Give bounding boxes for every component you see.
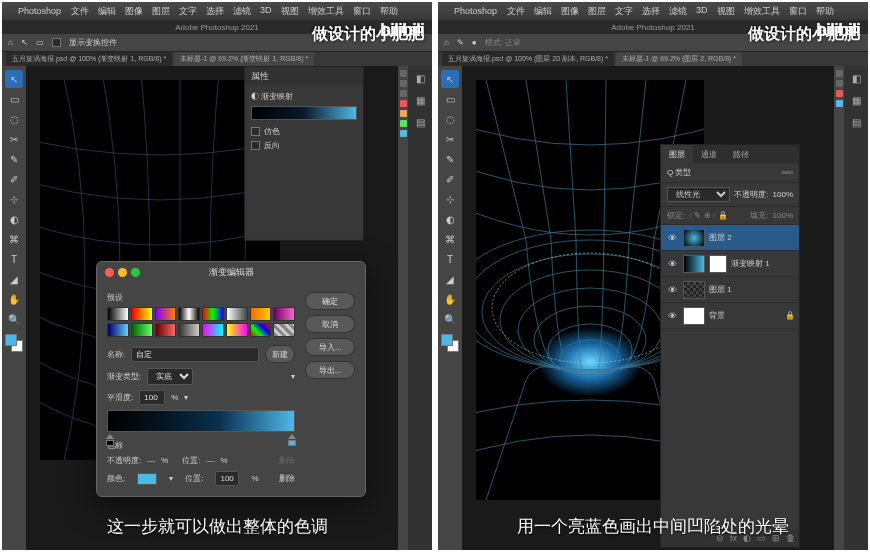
preset-11[interactable]	[178, 323, 200, 337]
preset-7[interactable]	[273, 307, 295, 321]
visibility-icon[interactable]: 👁	[665, 231, 679, 245]
tool-2[interactable]: ◌	[5, 110, 23, 128]
type-select[interactable]: 实底	[147, 368, 193, 385]
layer-row[interactable]: 👁图层 2	[661, 225, 799, 251]
tool-3[interactable]: ✂	[5, 130, 23, 148]
menu-文件[interactable]: 文件	[507, 5, 525, 18]
tool-3[interactable]: ✂	[441, 130, 459, 148]
tool-11[interactable]: ✋	[441, 290, 459, 308]
menu-编辑[interactable]: 编辑	[98, 5, 116, 18]
menu-视图[interactable]: 视图	[717, 5, 735, 18]
preset-3[interactable]	[178, 307, 200, 321]
tool-9[interactable]: T	[5, 250, 23, 268]
menu-帮助[interactable]: 帮助	[380, 5, 398, 18]
menu-窗口[interactable]: 窗口	[789, 5, 807, 18]
gradient-name-input[interactable]	[131, 347, 259, 362]
preset-15[interactable]	[273, 323, 295, 337]
new-button[interactable]: 新建	[265, 345, 295, 363]
visibility-icon[interactable]: 👁	[665, 309, 679, 323]
tool-5[interactable]: ✐	[5, 170, 23, 188]
menu-文字[interactable]: 文字	[615, 5, 633, 18]
canvas[interactable]: 图层 通道 路径 Q 类型 ▫▫▫▫ 线性光 不透明度:100% 锁定:▫ ✎ …	[462, 66, 834, 550]
tool-10[interactable]: ◢	[441, 270, 459, 288]
layer-row[interactable]: 👁渐变映射 1	[661, 251, 799, 277]
menu-图层[interactable]: 图层	[588, 5, 606, 18]
preset-14[interactable]	[250, 323, 272, 337]
cancel-button[interactable]: 取消	[305, 315, 355, 333]
menu-窗口[interactable]: 窗口	[353, 5, 371, 18]
right-screenshot: Photoshop 文件编辑图像图层文字选择滤镜3D视图增效工具窗口帮助 Ado…	[438, 2, 868, 550]
color-swatch[interactable]	[441, 334, 459, 352]
menu-编辑[interactable]: 编辑	[534, 5, 552, 18]
tool-0[interactable]: ↖	[441, 70, 459, 88]
import-button[interactable]: 导入...	[305, 338, 355, 356]
smooth-input[interactable]	[139, 390, 165, 405]
minimize-icon[interactable]	[118, 268, 127, 277]
tool-7[interactable]: ◐	[441, 210, 459, 228]
tool-8[interactable]: ⌘	[441, 230, 459, 248]
tool-6[interactable]: ⊹	[441, 190, 459, 208]
layer-row[interactable]: 👁背景🔒	[661, 303, 799, 329]
ok-button[interactable]: 确定	[305, 292, 355, 310]
menu-3D[interactable]: 3D	[696, 5, 708, 18]
tool-0[interactable]: ↖	[5, 70, 23, 88]
menu-3D[interactable]: 3D	[260, 5, 272, 18]
checkbox[interactable]	[52, 38, 61, 47]
menu-选择[interactable]: 选择	[206, 5, 224, 18]
close-icon[interactable]	[105, 268, 114, 277]
layers-icon[interactable]: ▤	[412, 114, 428, 130]
tool-4[interactable]: ✎	[441, 150, 459, 168]
preset-1[interactable]	[131, 307, 153, 321]
menu-增效工具[interactable]: 增效工具	[744, 5, 780, 18]
color-chip[interactable]	[137, 473, 157, 485]
tool-12[interactable]: 🔍	[5, 310, 23, 328]
tool-11[interactable]: ✋	[5, 290, 23, 308]
menu-图层[interactable]: 图层	[152, 5, 170, 18]
menu-选择[interactable]: 选择	[642, 5, 660, 18]
menu-图像[interactable]: 图像	[125, 5, 143, 18]
preset-9[interactable]	[131, 323, 153, 337]
menu-增效工具[interactable]: 增效工具	[308, 5, 344, 18]
app-name[interactable]: Photoshop	[18, 6, 61, 16]
tool-9[interactable]: T	[441, 250, 459, 268]
menu-帮助[interactable]: 帮助	[816, 5, 834, 18]
color-icon[interactable]: ◧	[412, 70, 428, 86]
menu-图像[interactable]: 图像	[561, 5, 579, 18]
preset-2[interactable]	[155, 307, 177, 321]
zoom-icon[interactable]	[131, 268, 140, 277]
preset-10[interactable]	[155, 323, 177, 337]
tool-1[interactable]: ▭	[441, 90, 459, 108]
menu-视图[interactable]: 视图	[281, 5, 299, 18]
gradient-bar[interactable]	[107, 410, 295, 432]
color-swatch[interactable]	[5, 334, 23, 352]
tool-2[interactable]: ◌	[441, 110, 459, 128]
home-icon[interactable]: ⌂	[8, 38, 13, 47]
menu-滤镜[interactable]: 滤镜	[233, 5, 251, 18]
tool-5[interactable]: ✐	[441, 170, 459, 188]
tool-4[interactable]: ✎	[5, 150, 23, 168]
preset-8[interactable]	[107, 323, 129, 337]
tool-8[interactable]: ⌘	[5, 230, 23, 248]
preset-6[interactable]	[250, 307, 272, 321]
gradient-preview[interactable]	[251, 106, 357, 120]
canvas[interactable]: 属性 ◐ 渐变映射 仿色 反向 渐变编辑器 预设	[26, 66, 398, 550]
tool-6[interactable]: ⊹	[5, 190, 23, 208]
visibility-icon[interactable]: 👁	[665, 283, 679, 297]
export-button[interactable]: 导出...	[305, 361, 355, 379]
swatches-icon[interactable]: ▦	[412, 92, 428, 108]
preset-4[interactable]	[202, 307, 224, 321]
menu-滤镜[interactable]: 滤镜	[669, 5, 687, 18]
visibility-icon[interactable]: 👁	[665, 257, 679, 271]
tool-12[interactable]: 🔍	[441, 310, 459, 328]
preset-5[interactable]	[226, 307, 248, 321]
menu-文字[interactable]: 文字	[179, 5, 197, 18]
blend-mode-select[interactable]: 线性光	[667, 187, 730, 202]
tool-10[interactable]: ◢	[5, 270, 23, 288]
menu-文件[interactable]: 文件	[71, 5, 89, 18]
preset-0[interactable]	[107, 307, 129, 321]
tool-1[interactable]: ▭	[5, 90, 23, 108]
preset-13[interactable]	[226, 323, 248, 337]
layer-row[interactable]: 👁图层 1	[661, 277, 799, 303]
preset-12[interactable]	[202, 323, 224, 337]
tool-7[interactable]: ◐	[5, 210, 23, 228]
